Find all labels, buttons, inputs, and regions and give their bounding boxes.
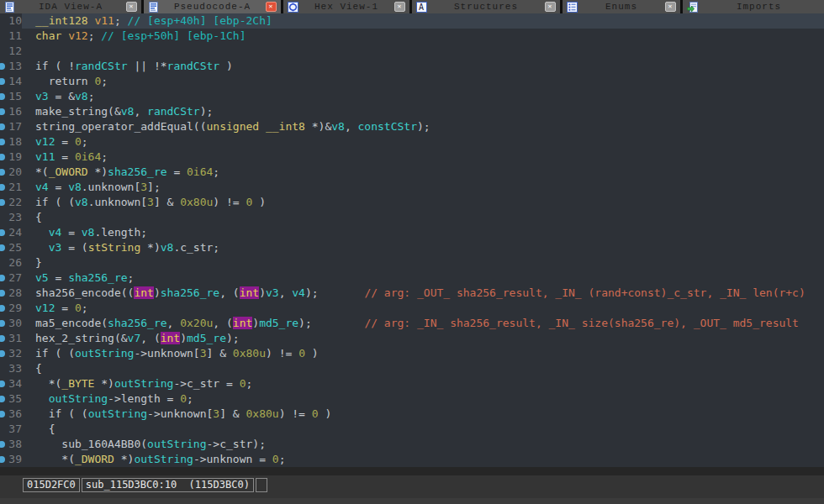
tab-label: Structures: [427, 2, 545, 12]
code-line: 10__int128 v11; // [esp+40h] [ebp-2Ch]: [0, 13, 824, 29]
code-line-text[interactable]: v12 = 0;: [22, 134, 824, 150]
status-empty-box: [256, 478, 267, 492]
code-line: 18v12 = 0;: [0, 134, 824, 150]
line-number: 11: [0, 29, 22, 44]
hex-view-icon: [288, 2, 298, 13]
tab-structures[interactable]: AStructures✕: [412, 0, 560, 13]
code-line: 19v11 = 0i64;: [0, 150, 824, 165]
status-location-box: sub_115D3BC0:10 (115D3BC0): [82, 478, 254, 492]
view-separator: [0, 467, 824, 475]
code-line-text[interactable]: v5 = sha256_re;: [22, 270, 824, 286]
tab-label: IDA View-A: [15, 2, 126, 12]
code-line: 25 v3 = (stString *)v8.c_str;: [0, 240, 824, 255]
code-line: 12: [0, 44, 824, 59]
code-line: 38 sub_160A4BB0(outString->c_str);: [0, 437, 824, 452]
code-line: 16make_string(&v8, randCStr);: [0, 104, 824, 119]
code-line-text[interactable]: {: [22, 422, 824, 437]
line-number: 37: [0, 422, 22, 437]
tab-enums[interactable]: Enums✕: [563, 0, 680, 13]
code-line-text[interactable]: }: [22, 255, 824, 270]
code-line: 14 return 0;: [0, 74, 824, 89]
code-line: 31hex_2_string(&v7, (int)md5_re);: [0, 331, 824, 346]
code-line: 20*(_OWORD *)sha256_re = 0i64;: [0, 165, 824, 180]
tab-label: Pseudocode-A: [159, 2, 266, 12]
code-line: 13if ( !randCStr || !*randCStr ): [0, 59, 824, 74]
line-number: 33: [0, 361, 22, 376]
code-line: 17string_operator_addEqual((unsigned __i…: [0, 119, 824, 134]
tab-close-button[interactable]: ✕: [394, 2, 405, 12]
code-line-text[interactable]: if ( !randCStr || !*randCStr ): [22, 59, 824, 74]
code-line: 32if ( (outString->unknown[3] & 0x80u) !…: [0, 346, 824, 361]
code-line: 36 if ( (outString->unknown[3] & 0x80u) …: [0, 407, 824, 422]
code-line: 39 *(_DWORD *)outString->unknown = 0;: [0, 452, 824, 467]
code-line-text[interactable]: make_string(&v8, randCStr);: [22, 104, 824, 119]
line-number: 12: [0, 44, 22, 59]
code-line-text[interactable]: v3 = &v8;: [22, 89, 824, 104]
line-number: 23: [0, 210, 22, 225]
status-bar: 015D2FC0sub_115D3BC0:10 (115D3BC0): [0, 475, 824, 504]
code-line-text[interactable]: sha256_encode((int)sha256_re, (int)v3, v…: [22, 286, 824, 301]
tab-imports[interactable]: Imports: [683, 0, 824, 13]
tab-ida-view-a[interactable]: IDA View-A✕: [0, 0, 141, 13]
pseudocode-icon: [148, 2, 159, 13]
code-line-text[interactable]: sub_160A4BB0(outString->c_str);: [22, 437, 824, 452]
code-line-text[interactable]: *(_DWORD *)outString->unknown = 0;: [22, 452, 824, 467]
code-line-text[interactable]: *(_OWORD *)sha256_re = 0i64;: [22, 165, 824, 180]
code-line: 24 v4 = v8.length;: [0, 225, 824, 240]
code-line: 11char v12; // [esp+50h] [ebp-1Ch]: [0, 29, 824, 44]
code-line: 33{: [0, 361, 824, 376]
line-number: 10: [0, 13, 22, 29]
svg-text:A: A: [419, 3, 425, 12]
code-line-text[interactable]: v4 = v8.unknown[3];: [22, 180, 824, 195]
code-line-text[interactable]: if ( (outString->unknown[3] & 0x80u) != …: [22, 407, 824, 422]
code-line-text[interactable]: if ( (outString->unknown[3] & 0x80u) != …: [22, 346, 824, 361]
code-line: 27v5 = sha256_re;: [0, 270, 824, 286]
code-line: 23{: [0, 210, 824, 225]
code-line: 37 {: [0, 422, 824, 437]
ida-view-icon: [4, 2, 15, 13]
tab-close-button[interactable]: ✕: [266, 2, 277, 12]
code-line: 29v12 = 0;: [0, 301, 824, 316]
imports-icon: [687, 2, 698, 13]
code-line-text[interactable]: string_operator_addEqual((unsigned __int…: [22, 119, 824, 134]
code-line-text[interactable]: {: [22, 361, 824, 376]
code-line-text[interactable]: ma5_encode(sha256_re, 0x20u, (int)md5_re…: [22, 316, 824, 331]
enums-icon: [567, 2, 578, 13]
tab-label: Hex View-1: [298, 2, 394, 12]
code-line: 28sha256_encode((int)sha256_re, (int)v3,…: [0, 286, 824, 301]
code-line: 34 *(_BYTE *)outString->c_str = 0;: [0, 376, 824, 391]
tab-label: Imports: [698, 2, 820, 12]
tab-close-button[interactable]: ✕: [126, 2, 137, 12]
line-number: 26: [0, 255, 22, 270]
tab-label: Enums: [578, 2, 665, 12]
code-line-text[interactable]: outString->length = 0;: [22, 391, 824, 407]
code-line-text[interactable]: v12 = 0;: [22, 301, 824, 316]
code-line: 26}: [0, 255, 824, 270]
status-address-box: 015D2FC0: [23, 478, 80, 492]
structures-icon: A: [416, 2, 427, 13]
code-line-text[interactable]: char v12; // [esp+50h] [ebp-1Ch]: [22, 29, 824, 44]
tab-close-button[interactable]: ✕: [665, 2, 676, 12]
tab-pseudocode-a[interactable]: Pseudocode-A✕: [144, 0, 281, 13]
status-bar-edge: [0, 498, 824, 504]
code-line-text[interactable]: v4 = v8.length;: [22, 225, 824, 240]
pseudocode-view[interactable]: 10__int128 v11; // [esp+40h] [ebp-2Ch]11…: [0, 13, 824, 467]
tab-close-button[interactable]: ✕: [545, 2, 556, 12]
code-line: 30ma5_encode(sha256_re, 0x20u, (int)md5_…: [0, 316, 824, 331]
code-line: 15v3 = &v8;: [0, 89, 824, 104]
code-line-text[interactable]: v11 = 0i64;: [22, 150, 824, 165]
code-line: 35 outString->length = 0;: [0, 391, 824, 407]
code-line-text[interactable]: hex_2_string(&v7, (int)md5_re);: [22, 331, 824, 346]
code-line-text[interactable]: __int128 v11; // [esp+40h] [ebp-2Ch]: [22, 13, 824, 29]
tab-bar: IDA View-A✕Pseudocode-A✕Hex View-1✕AStru…: [0, 0, 824, 13]
code-line-text[interactable]: return 0;: [22, 74, 824, 89]
code-line: 22if ( (v8.unknown[3] & 0x80u) != 0 ): [0, 195, 824, 210]
code-line-text[interactable]: if ( (v8.unknown[3] & 0x80u) != 0 ): [22, 195, 824, 210]
code-line: 21v4 = v8.unknown[3];: [0, 180, 824, 195]
tab-hex-view-1[interactable]: Hex View-1✕: [283, 0, 409, 13]
code-line-text[interactable]: v3 = (stString *)v8.c_str;: [22, 240, 824, 255]
code-line-text[interactable]: *(_BYTE *)outString->c_str = 0;: [22, 376, 824, 391]
code-line-text[interactable]: {: [22, 210, 824, 225]
code-line-text[interactable]: [22, 44, 824, 59]
